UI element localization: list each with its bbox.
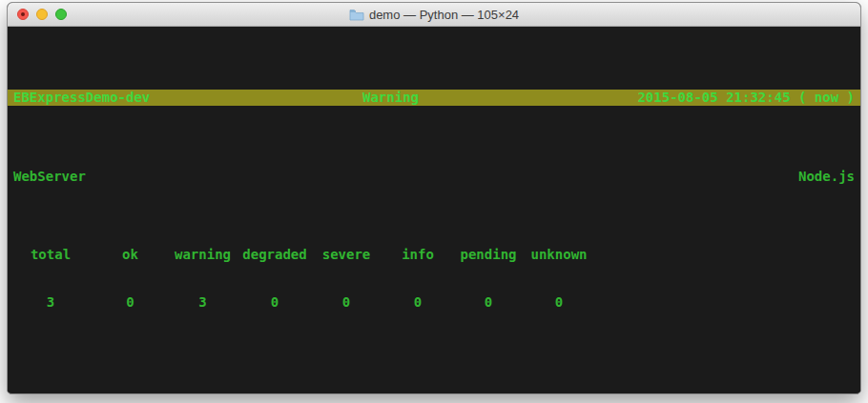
terminal-window: demo — Python — 105×24 EBExpressDemo-dev…: [7, 2, 861, 394]
count-label-degraded: degraded: [238, 247, 311, 263]
terminal-screen[interactable]: EBExpressDemo-dev Warning 2015-08-05 21:…: [8, 27, 860, 393]
close-button[interactable]: [17, 9, 29, 20]
count-label-severe: severe: [311, 247, 382, 263]
title-area: demo — Python — 105×24: [349, 8, 519, 22]
count-value-total: 3: [8, 294, 93, 311]
folder-icon: [349, 9, 364, 21]
count-label-total: total: [8, 247, 93, 263]
count-value-warning: 3: [167, 294, 238, 311]
refresh-timestamp: 2015-08-05 21:32:45 ( now ): [637, 90, 855, 106]
count-value-ok: 0: [93, 294, 167, 311]
count-label-unknown: unknown: [523, 247, 595, 263]
health-counts-labels: total ok warning degraded severe info pe…: [8, 247, 860, 263]
count-value-degraded: 0: [238, 294, 311, 311]
health-counts-values: 3 0 3 0 0 0 0 0: [8, 294, 860, 311]
count-value-unknown: 0: [523, 294, 595, 311]
titlebar[interactable]: demo — Python — 105×24: [8, 3, 860, 27]
count-label-ok: ok: [93, 247, 167, 263]
platform-label: Node.js: [798, 169, 855, 185]
count-label-warning: warning: [167, 247, 238, 263]
tier-label: WebServer: [13, 169, 86, 185]
count-label-pending: pending: [454, 247, 523, 263]
environment-name: EBExpressDemo-dev: [13, 90, 150, 106]
count-label-info: info: [382, 247, 454, 263]
window-title: demo — Python — 105×24: [369, 8, 519, 22]
window-controls: [17, 9, 67, 20]
minimize-button[interactable]: [36, 9, 48, 20]
count-value-pending: 0: [454, 294, 523, 311]
environment-status-bar: EBExpressDemo-dev Warning 2015-08-05 21:…: [8, 90, 860, 106]
zoom-button[interactable]: [55, 9, 67, 20]
overall-status: Warning: [362, 90, 419, 106]
tier-row: WebServer Node.js: [8, 169, 860, 185]
count-value-info: 0: [382, 294, 454, 311]
count-value-severe: 0: [311, 294, 382, 311]
